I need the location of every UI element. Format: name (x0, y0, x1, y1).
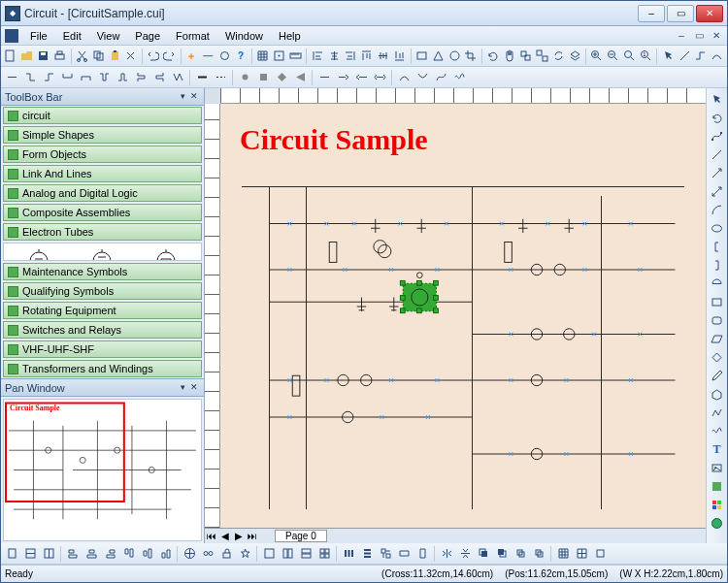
pan-view[interactable]: Circuit Sample (3, 399, 202, 541)
image-tool[interactable] (709, 459, 726, 476)
connector-button[interactable] (693, 48, 709, 65)
align-right-button[interactable] (343, 48, 358, 65)
bt-layout3-button[interactable] (297, 545, 314, 563)
group-button[interactable] (518, 48, 534, 65)
bezier-button[interactable] (432, 69, 449, 86)
node-tool[interactable] (709, 127, 726, 145)
conn-step3-button[interactable] (132, 69, 149, 86)
bt-layout1-button[interactable] (260, 545, 278, 563)
help-icon[interactable]: ? (233, 48, 248, 65)
pan-menu-button[interactable]: ▾ (177, 382, 188, 394)
bt-grid1-button[interactable] (554, 545, 572, 563)
bt-space2-button[interactable] (358, 545, 376, 563)
zoom-actual-button[interactable]: 1 (639, 48, 654, 65)
pencil-tool[interactable] (709, 367, 726, 384)
cap-square-button[interactable] (254, 69, 272, 86)
arc-tool[interactable] (709, 201, 726, 218)
bt-flip-h-button[interactable] (438, 545, 455, 563)
zoom-fit-button[interactable] (622, 48, 638, 65)
arrow-both-button[interactable] (371, 69, 388, 86)
palette-item[interactable]: Title (8, 247, 70, 261)
category-transformers[interactable]: Transformers and Windings (3, 360, 202, 377)
paste-button[interactable] (107, 48, 122, 65)
print-button[interactable] (52, 48, 68, 65)
category-composite[interactable]: Composite Assemblies (3, 204, 202, 221)
curve2-button[interactable] (414, 69, 431, 86)
canvas[interactable]: Circuit Sample (220, 104, 706, 528)
line-dash-button[interactable] (212, 69, 229, 86)
bt-grid3-button[interactable] (591, 545, 609, 563)
category-simple-shapes[interactable]: Simple Shapes (3, 126, 202, 144)
align-center-button[interactable] (326, 48, 342, 65)
mdi-close-button[interactable]: ✕ (708, 27, 725, 45)
properties-button[interactable] (216, 48, 232, 65)
palette-item[interactable]: Title (72, 247, 134, 261)
pan-hand-button[interactable] (502, 48, 517, 65)
arrow-end-button[interactable] (334, 69, 351, 86)
layers-button[interactable] (567, 48, 582, 65)
open-button[interactable] (19, 48, 35, 65)
line-tool[interactable] (709, 146, 726, 163)
conn-step1-button[interactable] (95, 69, 113, 86)
curve1-button[interactable] (395, 69, 413, 86)
page-next-button[interactable]: ▶ (232, 531, 246, 541)
align-middle-button[interactable] (376, 48, 391, 65)
bt-mode2-button[interactable] (40, 545, 57, 563)
arrow-start-button[interactable] (352, 69, 370, 86)
doublearrow-tool[interactable] (709, 182, 726, 200)
bt-align5-button[interactable] (138, 545, 155, 563)
conn-elbow2-button[interactable] (40, 69, 57, 86)
toolbox-menu-button[interactable]: ▾ (177, 91, 188, 103)
bt-sameheight-button[interactable] (414, 545, 431, 563)
new-button[interactable] (3, 48, 18, 65)
category-qualifying[interactable]: Qualifying Symbols (3, 282, 202, 300)
save-button[interactable] (36, 48, 51, 65)
bt-align3-button[interactable] (101, 545, 118, 563)
line-solid-button[interactable] (193, 69, 211, 86)
spline-button[interactable] (450, 69, 468, 86)
redo-button[interactable] (162, 48, 178, 65)
arrow-none-button[interactable] (315, 69, 333, 86)
cap-round-button[interactable] (236, 69, 253, 86)
align-bottom-button[interactable] (392, 48, 408, 65)
remove-button[interactable]: — (200, 48, 215, 65)
fill-tool[interactable] (709, 477, 726, 495)
bt-lock-button[interactable] (217, 545, 235, 563)
bt-grid2-button[interactable] (573, 545, 590, 563)
category-electron-tubes[interactable]: Electron Tubes (3, 223, 202, 241)
shape-circle-button[interactable] (447, 48, 462, 65)
menu-page[interactable]: Page (127, 28, 168, 44)
color-tool[interactable] (709, 496, 726, 513)
align-top-button[interactable] (359, 48, 375, 65)
conn-step2-button[interactable] (114, 69, 131, 86)
close-button[interactable]: ✕ (696, 5, 723, 22)
bt-front-button[interactable] (475, 545, 492, 563)
shape-triangle-button[interactable] (430, 48, 446, 65)
select-tool[interactable] (709, 90, 726, 108)
menu-view[interactable]: View (89, 28, 128, 44)
ruler-horizontal[interactable] (220, 88, 706, 104)
menu-help[interactable]: Help (271, 28, 309, 44)
polyline-tool[interactable] (709, 404, 726, 421)
pan-viewport-rect[interactable] (6, 403, 124, 501)
earth-tool[interactable] (709, 514, 726, 532)
rect-tool[interactable] (709, 293, 726, 310)
align-left-button[interactable] (310, 48, 325, 65)
pointer-button[interactable] (660, 48, 676, 65)
page-first-button[interactable]: ⏮ (205, 531, 218, 541)
bt-align6-button[interactable] (156, 545, 174, 563)
ellipse-tool[interactable] (709, 219, 726, 237)
menu-edit[interactable]: Edit (55, 28, 89, 44)
bt-space1-button[interactable] (340, 545, 357, 563)
zoom-out-button[interactable] (606, 48, 621, 65)
bracket2-tool[interactable] (709, 256, 726, 274)
conn-step4-button[interactable] (150, 69, 168, 86)
conn-elbow1-button[interactable] (21, 69, 39, 86)
bt-center-button[interactable] (181, 545, 198, 563)
polygon-tool[interactable] (709, 385, 726, 403)
bracket1-tool[interactable] (709, 238, 726, 255)
maximize-button[interactable]: ▭ (667, 5, 694, 22)
menu-format[interactable]: Format (168, 28, 217, 44)
bt-mode1-button[interactable] (21, 545, 39, 563)
zoom-in-button[interactable] (589, 48, 605, 65)
